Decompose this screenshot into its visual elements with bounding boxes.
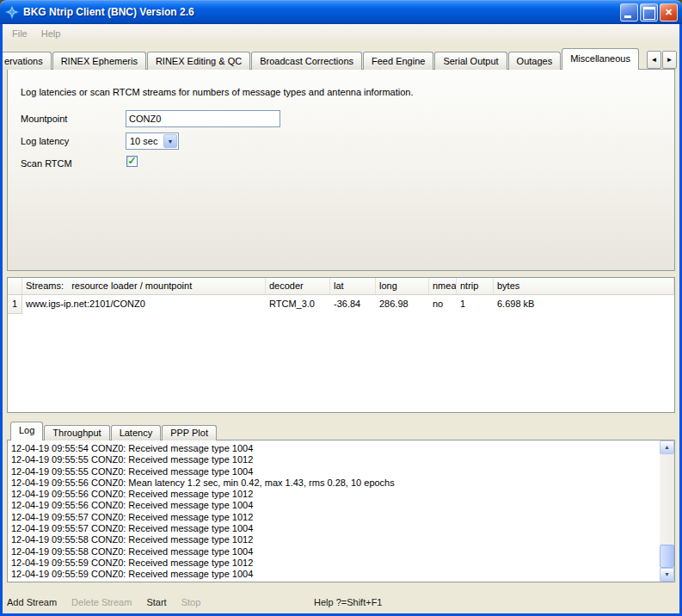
log-lines: 12-04-19 09:55:54 CONZ0: Received messag… [8,440,660,582]
streams-header-long[interactable]: long [376,278,429,294]
panel-description: Log latencies or scan RTCM streams for n… [21,87,414,97]
streams-header-mountpoint[interactable]: Streams: resource loader / mountpoint [22,278,266,294]
log-line: 12-04-19 09:55:58 CONZ0: Received messag… [11,534,656,545]
bottom-tab-throughput[interactable]: Throughput [44,425,109,440]
status-actions: Add StreamDelete StreamStartStop [7,597,200,607]
log-latency-value: 10 sec [130,136,157,146]
log-scrollbar: ▲ ▼ [660,440,674,582]
streams-header-corner [8,278,22,294]
log-line: 12-04-19 09:55:59 CONZ0: Received messag… [11,569,656,580]
mountpoint-input[interactable] [126,110,280,127]
stop-button: Stop [181,597,201,607]
row-index: 1 [8,295,22,314]
scan-rtcm-label: Scan RTCM [21,158,72,169]
app-window: BKG Ntrip Client (BNC) Version 2.6 ✕ Fil… [0,0,682,616]
streams-header-bytes[interactable]: bytes [494,278,674,294]
streams-header-nmea[interactable]: nmea [429,278,457,294]
log-line: 12-04-19 09:55:56 CONZ0: Received messag… [11,489,656,500]
bottom-tab-bar: LogThroughputLatencyPPP Plot [7,422,218,440]
tab-scroll-left-button[interactable]: ◄ [647,51,661,69]
log-line: 12-04-19 09:55:55 CONZ0: Received messag… [11,454,656,465]
log-line: 12-04-19 09:55:54 CONZ0: Received messag… [11,443,656,454]
log-line: 12-04-19 09:55:58 CONZ0: Received messag… [11,546,656,557]
bottom-tab-latency[interactable]: Latency [111,425,162,440]
mountpoint-label: Mountpoint [21,114,67,124]
main-tab-bar: ervationsRINEX EphemerisRINEX Editing & … [3,51,645,70]
window-controls: ✕ [620,3,678,22]
table-cell: no [429,295,457,314]
delete-stream-button: Delete Stream [71,597,132,607]
maximize-button[interactable] [640,3,658,22]
table-row[interactable]: 1www.igs-ip.net:2101/CONZ0RTCM_3.0-36.84… [8,295,674,314]
bottom-tab-ppp-plot[interactable]: PPP Plot [162,425,217,440]
log-line: 12-04-19 09:55:55 CONZ0: Received messag… [11,466,656,477]
menu-bar: FileHelp [3,24,679,43]
window-title: BKG Ntrip Client (BNC) Version 2.6 [23,6,620,18]
tab-ervations[interactable]: ervations [3,52,52,70]
scan-rtcm-checkbox[interactable]: ✓ [126,156,138,167]
close-button[interactable]: ✕ [660,3,678,22]
log-line: 12-04-19 09:55:57 CONZ0: Received messag… [11,512,656,523]
table-cell: www.igs-ip.net:2101/CONZ0 [22,295,266,314]
window-frame-left [0,24,3,616]
miscellaneous-panel: Log latencies or scan RTCM streams for n… [7,69,675,271]
scroll-down-button[interactable]: ▼ [660,568,674,582]
streams-table: Streams: resource loader / mountpointdec… [7,277,675,413]
scrollbar-track[interactable] [660,454,674,568]
menu-help[interactable]: Help [34,26,68,41]
tab-rinex-ephemeris[interactable]: RINEX Ephemeris [52,52,146,70]
tab-miscellaneous[interactable]: Miscellaneous [562,48,639,70]
log-line: 12-04-19 09:55:57 CONZ0: Received messag… [11,523,656,534]
log-latency-label: Log latency [21,136,69,146]
status-bar: Add StreamDelete StreamStartStop Help ?=… [3,591,679,613]
tab-scroll-right-button[interactable]: ► [662,51,677,69]
streams-header-row: Streams: resource loader / mountpointdec… [8,278,674,295]
streams-header-ntrip[interactable]: ntrip [457,278,494,294]
tab-feed-engine[interactable]: Feed Engine [363,52,433,70]
minimize-button[interactable] [620,3,638,22]
table-cell: 1 [457,295,494,314]
scroll-up-button[interactable]: ▲ [660,440,674,454]
client-area: FileHelp ervationsRINEX EphemerisRINEX E… [3,24,679,613]
table-cell: 286.98 [376,295,429,314]
table-cell: RTCM_3.0 [266,295,330,314]
log-line: 12-04-19 09:55:56 CONZ0: Received messag… [11,500,656,511]
tab-broadcast-corrections[interactable]: Broadcast Corrections [251,52,362,70]
log-output: 12-04-19 09:55:54 CONZ0: Received messag… [7,440,675,582]
scrollbar-thumb[interactable] [660,545,674,568]
bottom-tab-log[interactable]: Log [10,422,43,440]
streams-body: 1www.igs-ip.net:2101/CONZ0RTCM_3.0-36.84… [8,295,674,314]
log-latency-select[interactable]: 10 sec ▼ [126,132,179,150]
table-cell: -36.84 [330,295,376,314]
help-text: Help ?=Shift+F1 [314,597,383,607]
start-button[interactable]: Start [146,597,166,607]
app-icon [5,5,19,19]
log-line: 12-04-19 09:55:59 CONZ0: Received messag… [11,557,656,569]
add-stream-button[interactable]: Add Stream [7,597,57,607]
log-line: 12-04-19 09:55:56 CONZ0: Mean latency 1.… [11,477,656,489]
tab-outages[interactable]: Outages [508,52,562,70]
chevron-down-icon[interactable]: ▼ [163,134,177,148]
tab-rinex-editing-qc[interactable]: RINEX Editing & QC [147,52,250,70]
title-bar[interactable]: BKG Ntrip Client (BNC) Version 2.6 ✕ [0,0,682,24]
streams-header-lat[interactable]: lat [330,278,376,294]
tab-scroll-buttons: ◄ ► [647,51,677,69]
menu-file[interactable]: File [5,26,34,41]
streams-header-decoder[interactable]: decoder [266,278,330,294]
tab-serial-output[interactable]: Serial Output [434,52,507,70]
table-cell: 6.698 kB [494,295,674,314]
